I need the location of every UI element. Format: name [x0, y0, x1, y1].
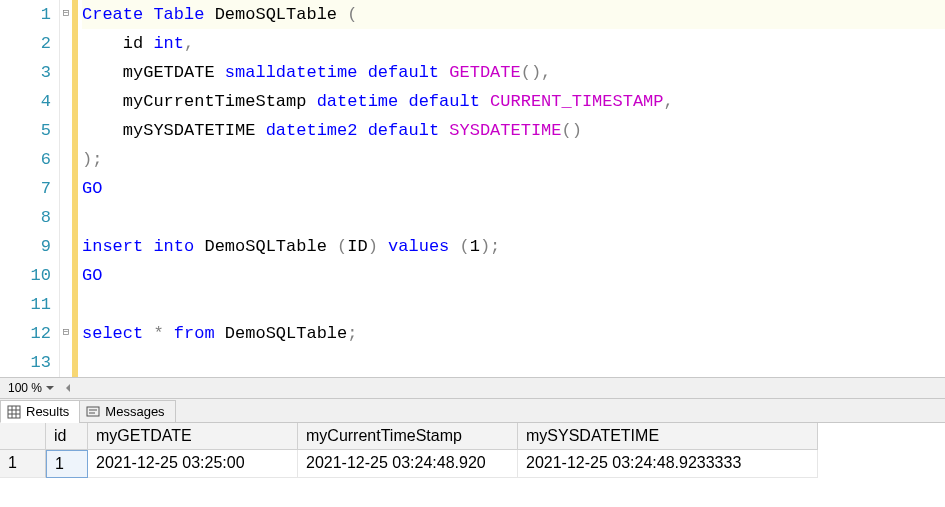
code-line[interactable]: GO: [82, 261, 945, 290]
sql-editor[interactable]: 12345678910111213 ⊟ ⊟ Create Table DemoS…: [0, 0, 945, 377]
status-splitter: 100 %: [0, 377, 945, 399]
line-number: 8: [0, 203, 51, 232]
zoom-value: 100 %: [8, 381, 42, 395]
code-line[interactable]: Create Table DemoSQLTable (: [82, 0, 945, 29]
fold-toggle-icon[interactable]: ⊟: [61, 327, 71, 337]
grid-cell[interactable]: 2021-12-25 03:25:00: [88, 450, 298, 478]
code-line[interactable]: );: [82, 145, 945, 174]
tab-results-label: Results: [26, 404, 69, 419]
code-line[interactable]: insert into DemoSQLTable (ID) values (1)…: [82, 232, 945, 261]
line-number: 13: [0, 348, 51, 377]
chevron-down-icon: [46, 386, 54, 390]
grid-cell[interactable]: 2021-12-25 03:24:48.920: [298, 450, 518, 478]
tab-messages-label: Messages: [105, 404, 164, 419]
results-pane: id myGETDATE myCurrentTimeStamp mySYSDAT…: [0, 423, 945, 507]
line-number: 1: [0, 0, 51, 29]
line-number: 5: [0, 116, 51, 145]
column-header[interactable]: myCurrentTimeStamp: [298, 423, 518, 450]
code-line[interactable]: [82, 348, 945, 377]
column-header[interactable]: mySYSDATETIME: [518, 423, 818, 450]
column-header[interactable]: id: [46, 423, 88, 450]
code-line[interactable]: myCurrentTimeStamp datetime default CURR…: [82, 87, 945, 116]
svg-rect-5: [87, 407, 99, 416]
code-line[interactable]: id int,: [82, 29, 945, 58]
messages-icon: [86, 405, 100, 419]
code-line[interactable]: mySYSDATETIME datetime2 default SYSDATET…: [82, 116, 945, 145]
code-line[interactable]: select * from DemoSQLTable;: [82, 319, 945, 348]
code-line[interactable]: myGETDATE smalldatetime default GETDATE(…: [82, 58, 945, 87]
line-number: 4: [0, 87, 51, 116]
zoom-combobox[interactable]: 100 %: [2, 381, 60, 395]
code-area[interactable]: Create Table DemoSQLTable ( id int, myGE…: [78, 0, 945, 377]
column-header[interactable]: myGETDATE: [88, 423, 298, 450]
code-line[interactable]: [82, 203, 945, 232]
code-line[interactable]: GO: [82, 174, 945, 203]
svg-rect-0: [8, 406, 20, 418]
line-number: 3: [0, 58, 51, 87]
tab-results[interactable]: Results: [0, 400, 80, 423]
grid-cell[interactable]: 1: [46, 450, 88, 478]
line-number: 12: [0, 319, 51, 348]
grid-corner: [0, 423, 46, 450]
row-header[interactable]: 1: [0, 450, 46, 478]
fold-toggle-icon[interactable]: ⊟: [61, 8, 71, 18]
grid-icon: [7, 405, 21, 419]
code-line[interactable]: [82, 290, 945, 319]
line-number: 2: [0, 29, 51, 58]
line-number: 7: [0, 174, 51, 203]
results-tabstrip: Results Messages: [0, 399, 945, 423]
fold-bar: ⊟ ⊟: [60, 0, 72, 377]
results-grid[interactable]: id myGETDATE myCurrentTimeStamp mySYSDAT…: [0, 423, 945, 478]
line-number: 9: [0, 232, 51, 261]
line-number: 11: [0, 290, 51, 319]
tab-messages[interactable]: Messages: [79, 400, 175, 423]
line-number: 6: [0, 145, 51, 174]
grid-cell[interactable]: 2021-12-25 03:24:48.9233333: [518, 450, 818, 478]
line-number: 10: [0, 261, 51, 290]
scroll-left-icon[interactable]: [60, 384, 76, 392]
line-number-gutter: 12345678910111213: [0, 0, 60, 377]
